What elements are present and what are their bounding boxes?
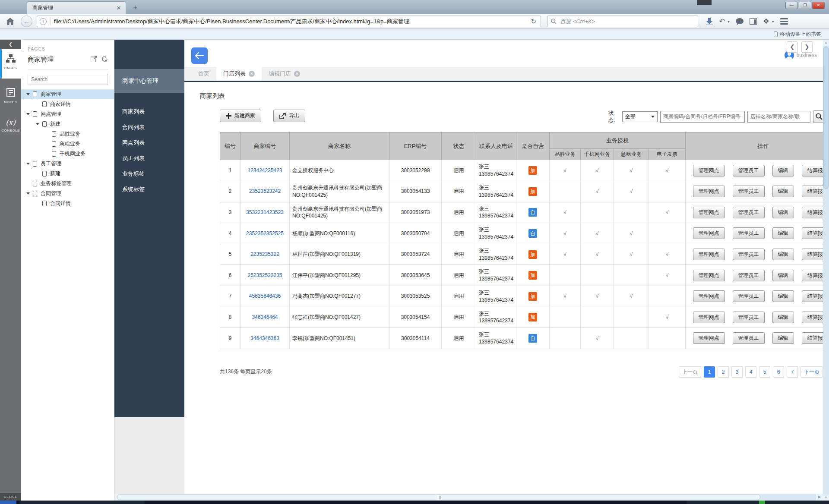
menu-item[interactable]: 合同列表 [114, 120, 184, 135]
tree-item[interactable]: 新建 [21, 169, 114, 179]
export-button[interactable]: 导出 [273, 110, 305, 122]
merchant-code-link[interactable]: 23523523242 [249, 188, 281, 194]
manage-stores-button[interactable]: 管理网点 [693, 165, 725, 176]
page-button[interactable]: 2 [718, 366, 729, 378]
tree-item[interactable]: 商家管理 [21, 89, 114, 99]
settlement-report-button[interactable]: 结算报表 [802, 186, 823, 197]
page-button[interactable]: 5 [759, 366, 770, 378]
horizontal-scrollbar[interactable]: ◀ ▶ [114, 494, 823, 501]
rail-item-notes[interactable]: NOTES [0, 85, 21, 110]
app-tab[interactable]: 门店列表✕ [216, 67, 262, 81]
tree-item[interactable]: 网点管理 [21, 109, 114, 119]
manage-stores-button[interactable]: 管理网点 [693, 186, 725, 197]
menu-icon[interactable] [780, 18, 788, 25]
tree-item[interactable]: 千机网业务 [21, 149, 114, 159]
merchant-code-link[interactable]: 123424235423 [247, 167, 282, 173]
page-button[interactable]: 3 [731, 366, 743, 378]
settlement-report-button[interactable]: 结算报表 [802, 332, 823, 344]
scroll-down-icon[interactable]: ▼ [823, 495, 829, 501]
collapse-panel-icon[interactable]: ❮ [0, 40, 21, 49]
new-tab-button[interactable]: + [130, 3, 141, 12]
minimize-button[interactable]: — [785, 2, 798, 9]
refresh-links-icon[interactable] [101, 56, 108, 64]
settlement-report-button[interactable]: 结算报表 [802, 207, 823, 218]
merchant-code-link[interactable]: 2235235322 [250, 251, 279, 257]
manage-stores-button[interactable]: 管理网点 [693, 207, 725, 218]
page-back-button[interactable] [191, 47, 208, 64]
tab-close-icon[interactable]: ✕ [115, 5, 122, 11]
manage-stores-button[interactable]: 管理网点 [693, 312, 725, 323]
close-icon[interactable]: ✕ [249, 71, 255, 77]
bookmark-mobile-item[interactable]: 移动设备上的书签 [774, 31, 821, 38]
settlement-report-button[interactable]: 结算报表 [802, 270, 823, 281]
menu-item[interactable]: 系统标签 [114, 182, 184, 197]
url-bar[interactable]: i file:///C:/Users/Administrator/Desktop… [37, 16, 541, 27]
vertical-scrollbar[interactable]: ▲ ▼ [823, 40, 829, 501]
new-merchant-button[interactable]: 新建商家 [220, 110, 261, 122]
tab-scroll-right-icon[interactable]: ❯ [801, 41, 813, 53]
manage-staff-button[interactable]: 管理员工 [733, 290, 765, 302]
merchant-code-link[interactable]: 3464346363 [250, 335, 279, 341]
browser-tab[interactable]: 商家管理 ✕ [27, 1, 126, 14]
tree-item[interactable]: 合同管理 [21, 189, 114, 198]
vertical-scroll-thumb[interactable] [823, 47, 829, 189]
tree-item[interactable]: 商家详情 [21, 99, 114, 109]
manage-staff-button[interactable]: 管理员工 [733, 227, 765, 239]
menu-item[interactable]: 网点列表 [114, 135, 184, 151]
scroll-up-icon[interactable]: ▲ [823, 40, 829, 46]
app-tab[interactable]: 编辑门店✕ [262, 67, 307, 81]
tree-item[interactable]: 急啥业务 [21, 139, 114, 149]
page-button[interactable]: 6 [773, 366, 784, 378]
edit-button[interactable]: 编辑 [772, 186, 794, 197]
manage-stores-button[interactable]: 管理网点 [693, 227, 725, 239]
manage-staff-button[interactable]: 管理员工 [733, 270, 765, 281]
scroll-right-icon[interactable]: ▶ [816, 494, 823, 501]
menu-item[interactable]: 商家列表 [114, 104, 184, 120]
next-page-button[interactable]: 下一页 [801, 366, 823, 378]
chat-icon[interactable] [736, 18, 744, 25]
merchant-code-link[interactable]: 252352522235 [247, 272, 282, 278]
reload-icon[interactable]: ↻ [529, 18, 538, 25]
back-icon[interactable]: ← [21, 16, 32, 27]
manage-staff-button[interactable]: 管理员工 [733, 186, 765, 197]
edit-button[interactable]: 编辑 [772, 165, 794, 176]
close-window-button[interactable]: ✕ [812, 2, 825, 9]
rail-item-console[interactable]: (x) CONSOLE [0, 116, 21, 141]
browser-search-box[interactable]: 百度 <Ctrl+K> [547, 16, 698, 27]
manage-stores-button[interactable]: 管理网点 [693, 270, 725, 281]
maximize-button[interactable]: ❐ [799, 2, 811, 9]
manage-stores-button[interactable]: 管理网点 [693, 332, 725, 344]
page-button[interactable]: 7 [787, 366, 798, 378]
merchant-code-link[interactable]: 346346464 [252, 314, 278, 320]
undo-dropdown-icon[interactable]: ▾ [728, 19, 730, 24]
close-icon[interactable]: ✕ [294, 71, 300, 77]
plugin-dropdown-icon[interactable]: ▾ [772, 19, 774, 24]
edit-button[interactable]: 编辑 [772, 312, 794, 323]
edit-button[interactable]: 编辑 [772, 249, 794, 260]
manage-staff-button[interactable]: 管理员工 [733, 249, 765, 260]
edit-button[interactable]: 编辑 [772, 207, 794, 218]
manage-staff-button[interactable]: 管理员工 [733, 312, 765, 323]
tree-item[interactable]: 业务标签管理 [21, 179, 114, 189]
manage-stores-button[interactable]: 管理网点 [693, 249, 725, 260]
status-select[interactable]: 全部 [622, 111, 658, 122]
pages-search-input[interactable] [28, 74, 108, 85]
merchant-code-search-input[interactable] [660, 111, 745, 123]
tab-scroll-left-icon[interactable]: ❮ [787, 41, 798, 53]
site-info-icon[interactable]: i [40, 18, 47, 25]
tree-item[interactable]: 合同详情 [21, 198, 114, 208]
merchant-code-link[interactable]: 45635646436 [249, 293, 281, 299]
undo-icon[interactable]: ↶ [719, 17, 725, 26]
menu-item[interactable]: 业务标签 [114, 166, 184, 182]
manage-staff-button[interactable]: 管理员工 [733, 165, 765, 176]
edit-button[interactable]: 编辑 [772, 332, 794, 344]
settlement-report-button[interactable]: 结算报表 [802, 249, 823, 260]
edit-button[interactable]: 编辑 [772, 290, 794, 302]
settlement-report-button[interactable]: 结算报表 [802, 227, 823, 239]
settlement-report-button[interactable]: 结算报表 [802, 165, 823, 176]
manage-staff-button[interactable]: 管理员工 [733, 207, 765, 218]
downloads-icon[interactable] [706, 18, 713, 25]
merchant-code-link[interactable]: 3532231423523 [246, 209, 284, 215]
tree-item[interactable]: 员工管理 [21, 159, 114, 169]
home-icon[interactable] [3, 16, 16, 27]
